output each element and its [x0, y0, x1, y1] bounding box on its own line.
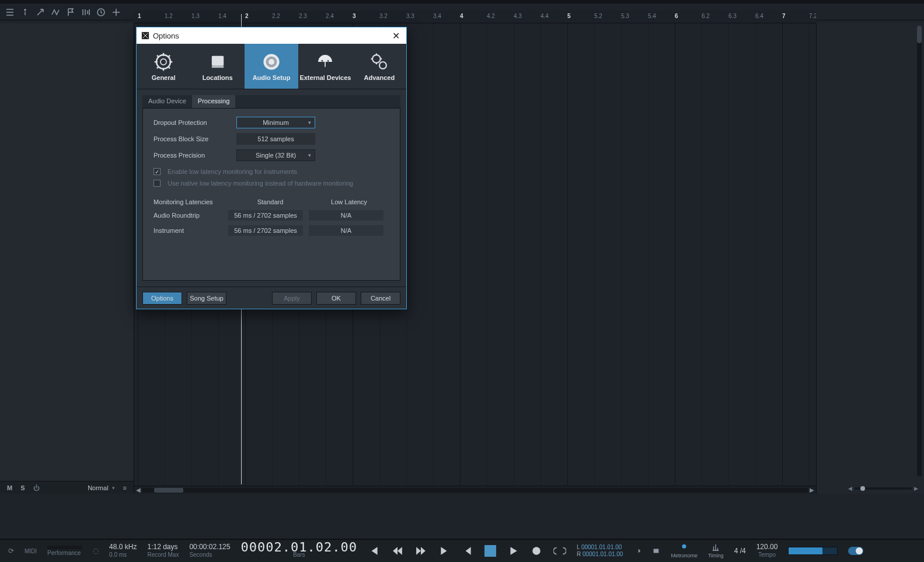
latency-row-roundtrip: Audio Roundtrip 56 ms / 2702 samples N/A — [154, 210, 389, 221]
add-icon[interactable] — [111, 7, 121, 18]
dialog-body: Audio Device Processing Dropout Protecti… — [137, 89, 406, 287]
info-icon[interactable] — [20, 7, 30, 18]
bars-display[interactable]: 00002.01.02.00 — [240, 543, 357, 551]
scrollbar-track[interactable] — [142, 488, 808, 493]
zoom-in-icon[interactable]: ▶ — [914, 486, 918, 491]
app-logo-icon — [141, 32, 149, 40]
dialog-close-button[interactable]: ✕ — [390, 30, 402, 41]
dropout-protection-label: Dropout Protection — [154, 119, 229, 126]
process-block-size-label: Process Block Size — [154, 135, 229, 142]
transport-bar: ⟳ MIDI Performance ◌ 48.0 kHz 0.0 ms 1:1… — [0, 539, 924, 562]
processing-section: Dropout Protection Minimum▾ Process Bloc… — [142, 108, 400, 281]
scroll-right-icon[interactable]: ▶ — [808, 487, 816, 493]
time-signature-display[interactable]: 4 /4 — [734, 547, 746, 555]
ok-button[interactable]: OK — [316, 292, 356, 305]
dialog-category-tabs: General Locations Audio Setup External D… — [137, 44, 406, 89]
svg-rect-8 — [211, 65, 223, 67]
performance-label: Performance — [47, 549, 82, 557]
output-meter — [788, 547, 838, 555]
process-precision-select[interactable]: Single (32 Bit)▾ — [236, 149, 315, 161]
category-advanced[interactable]: Advanced — [353, 44, 406, 89]
right-panel: ◀ ▶ — [816, 23, 924, 494]
align-icon[interactable] — [81, 7, 91, 18]
automation-mode-select[interactable]: Normal — [88, 484, 108, 491]
zoom-slider[interactable]: ◀ ▶ — [848, 486, 918, 491]
category-external-devices[interactable]: External Devices — [298, 44, 352, 89]
seconds-display[interactable]: 00:00:02.125 — [189, 543, 230, 551]
list-icon[interactable]: ≡ — [123, 484, 127, 491]
autopunch-icon[interactable] — [652, 547, 660, 555]
flag-icon[interactable] — [65, 7, 76, 18]
process-precision-label: Process Precision — [154, 152, 229, 159]
svg-point-0 — [25, 9, 26, 11]
chevron-down-icon: ▾ — [112, 485, 115, 491]
timeline-ruler[interactable]: 12345671.21.31.42.22.32.43.23.33.44.24.3… — [134, 11, 816, 23]
low-latency-instruments-checkbox[interactable] — [154, 168, 161, 175]
preroll-icon[interactable] — [633, 547, 641, 555]
low-latency-instruments-label: Enable low latency monitoring for instru… — [168, 168, 297, 175]
tab-processing[interactable]: Processing — [192, 95, 235, 108]
dialog-titlebar[interactable]: Options ✕ — [137, 27, 406, 44]
forward-end-button[interactable] — [438, 544, 451, 557]
dropout-protection-select[interactable]: Minimum▾ — [236, 117, 315, 128]
svg-point-15 — [379, 62, 386, 69]
category-audio-setup[interactable]: Audio Setup — [245, 44, 298, 89]
zoom-out-icon[interactable]: ◀ — [848, 486, 852, 491]
buffer-latency-value: 0.0 ms — [109, 551, 137, 558]
midi-label: MIDI — [25, 547, 37, 555]
latency-row-instrument: Instrument 56 ms / 2702 samples N/A — [154, 225, 389, 236]
scrollbar-thumb[interactable] — [154, 488, 183, 493]
native-low-latency-checkbox[interactable] — [154, 180, 161, 187]
sample-rate-value[interactable]: 48.0 kHz — [109, 543, 137, 551]
fastforward-button[interactable] — [414, 544, 427, 557]
dialog-bottom-bar: Options Song Setup Apply OK Cancel — [137, 287, 406, 309]
global-mute-button[interactable]: M — [7, 484, 12, 491]
return-to-start-button[interactable] — [461, 544, 474, 557]
play-button[interactable] — [507, 544, 519, 557]
cpu-meter-icon: ◌ — [93, 547, 99, 555]
midi-activity-icon: ⟳ — [8, 547, 14, 555]
options-scope-button[interactable]: Options — [142, 292, 182, 305]
timing-button[interactable]: Timing — [708, 543, 724, 558]
app-topstrip — [0, 0, 924, 4]
clock-icon[interactable] — [96, 7, 106, 18]
rewind-start-button[interactable] — [368, 544, 381, 557]
metronome-button[interactable]: Metronome — [671, 543, 698, 558]
svg-rect-7 — [211, 55, 223, 65]
seconds-label: Seconds — [189, 551, 230, 558]
category-locations[interactable]: Locations — [190, 44, 244, 89]
automation-icon[interactable] — [50, 7, 61, 18]
loop-button[interactable] — [553, 544, 566, 557]
tempo-display[interactable]: 120.00 — [756, 543, 778, 551]
tab-audio-device[interactable]: Audio Device — [142, 95, 192, 108]
scroll-left-icon[interactable]: ◀ — [134, 487, 142, 493]
vscroll-thumb[interactable] — [917, 26, 922, 43]
vertical-scrollbar[interactable] — [917, 26, 922, 476]
category-general[interactable]: General — [137, 44, 190, 89]
menu-icon[interactable] — [5, 7, 15, 18]
bars-label: Bars — [240, 551, 357, 558]
cancel-button[interactable]: Cancel — [361, 292, 400, 305]
record-button[interactable] — [530, 544, 543, 557]
arrow-tool-icon[interactable] — [35, 7, 46, 18]
song-setup-scope-button[interactable]: Song Setup — [187, 292, 226, 305]
rewind-button[interactable] — [391, 544, 404, 557]
apply-button[interactable]: Apply — [272, 292, 312, 305]
svg-point-13 — [327, 60, 329, 62]
svg-point-14 — [372, 55, 381, 63]
record-max-value: 1:12 days — [147, 543, 179, 551]
power-icon[interactable]: ⏻ — [33, 484, 40, 491]
process-block-size-value[interactable]: 512 samples — [236, 133, 315, 145]
dialog-subtabs: Audio Device Processing — [142, 95, 400, 108]
svg-point-2 — [532, 547, 541, 555]
tempo-label: Tempo — [758, 551, 776, 558]
click-toggle[interactable] — [848, 547, 863, 555]
global-solo-button[interactable]: S — [20, 484, 25, 491]
loop-range-display[interactable]: L 00001.01.01.00 R 00001.01.01.00 — [577, 544, 623, 558]
track-header-panel: M S ⏻ Normal ▾ ≡ — [0, 23, 134, 494]
native-low-latency-label: Use native low latency monitoring instea… — [168, 180, 353, 187]
track-panel-footer: M S ⏻ Normal ▾ ≡ — [0, 481, 134, 494]
latency-header-row: Monitoring Latencies Standard Low Latenc… — [154, 198, 389, 205]
stop-button[interactable] — [484, 545, 496, 557]
horizontal-scrollbar[interactable]: ◀ ▶ — [134, 486, 816, 494]
